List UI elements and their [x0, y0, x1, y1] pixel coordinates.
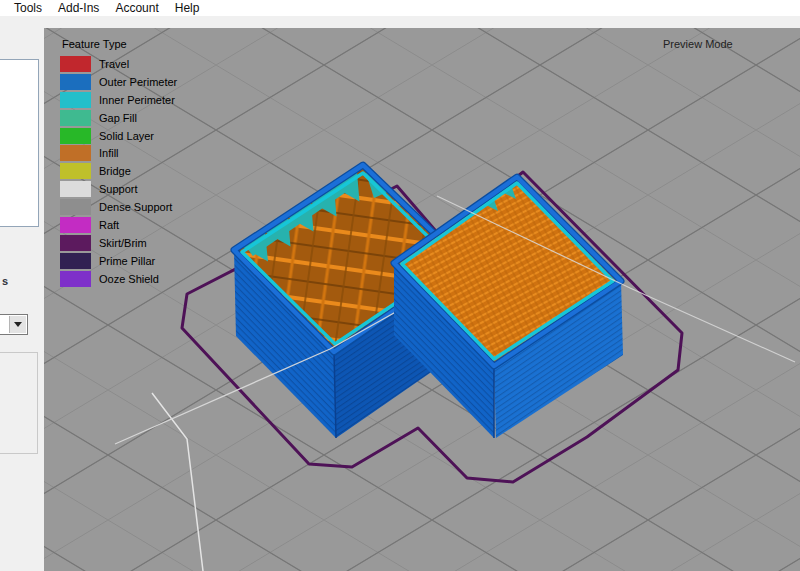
process-list[interactable]	[0, 59, 39, 227]
legend-swatch	[60, 145, 91, 161]
sidebar-partial-label: s	[2, 275, 8, 287]
legend-label: Dense Support	[99, 201, 172, 213]
legend-swatch	[60, 56, 91, 72]
menu-item-tools[interactable]: Tools	[6, 1, 50, 16]
menu-item-help[interactable]: Help	[167, 1, 208, 16]
legend-item: Outer Perimeter	[60, 73, 177, 91]
legend-swatch	[60, 217, 91, 233]
legend-label: Outer Perimeter	[99, 76, 177, 88]
sidebar-groupbox	[0, 352, 38, 454]
legend-item: Ooze Shield	[60, 270, 177, 288]
menu-item-add-ins[interactable]: Add-Ins	[50, 1, 107, 16]
legend-item: Raft	[60, 216, 177, 234]
machine-profile-dropdown[interactable]	[0, 314, 28, 335]
sidebar: s	[0, 28, 44, 571]
menu-item-account[interactable]: Account	[107, 1, 166, 16]
legend-item: Support	[60, 180, 177, 198]
legend-swatch	[60, 271, 91, 287]
toolbar-strip	[0, 16, 800, 28]
preview-mode-label: Preview Mode	[663, 38, 733, 50]
legend-swatch	[60, 235, 91, 251]
legend-swatch	[60, 181, 91, 197]
dropdown-arrow-icon[interactable]	[9, 316, 26, 333]
legend-swatch	[60, 110, 91, 126]
legend-label: Ooze Shield	[99, 273, 159, 285]
legend-swatch	[60, 253, 91, 269]
preview-3d-viewport[interactable]: Feature Type TravelOuter PerimeterInner …	[44, 28, 800, 571]
legend-item: Inner Perimeter	[60, 91, 177, 109]
legend-swatch	[60, 163, 91, 179]
legend-item: Dense Support	[60, 198, 177, 216]
legend-label: Raft	[99, 219, 119, 231]
legend-item: Solid Layer	[60, 127, 177, 145]
legend-swatch	[60, 199, 91, 215]
legend-label: Bridge	[99, 165, 131, 177]
legend-label: Inner Perimeter	[99, 94, 175, 106]
legend-label: Solid Layer	[99, 130, 154, 142]
legend-item: Skirt/Brim	[60, 234, 177, 252]
legend-item: Travel	[60, 55, 177, 73]
menu-bar: ToolsAdd-InsAccountHelp	[0, 0, 800, 16]
feature-type-legend: TravelOuter PerimeterInner PerimeterGap …	[60, 55, 177, 288]
legend-item: Prime Pillar	[60, 252, 177, 270]
legend-swatch	[60, 128, 91, 144]
legend-item: Gap Fill	[60, 109, 177, 127]
legend-swatch	[60, 74, 91, 90]
legend-label: Infill	[99, 147, 119, 159]
legend-label: Support	[99, 183, 138, 195]
legend-label: Skirt/Brim	[99, 237, 147, 249]
legend-label: Gap Fill	[99, 112, 137, 124]
legend-item: Bridge	[60, 162, 177, 180]
legend-item: Infill	[60, 144, 177, 162]
legend-title: Feature Type	[62, 38, 127, 50]
legend-label: Prime Pillar	[99, 255, 155, 267]
legend-label: Travel	[99, 58, 129, 70]
legend-swatch	[60, 92, 91, 108]
